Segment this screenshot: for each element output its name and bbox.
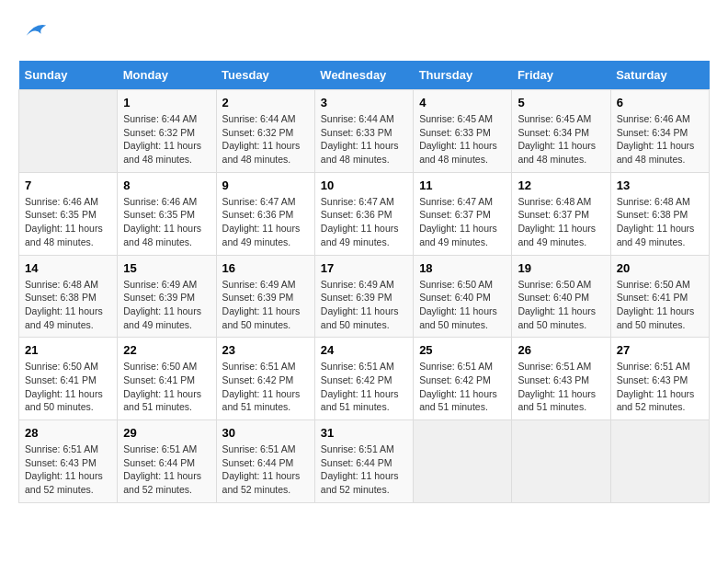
day-info: Sunrise: 6:51 AMSunset: 6:44 PMDaylight:…	[222, 442, 309, 497]
header-friday: Friday	[512, 61, 610, 90]
header-sunday: Sunday	[19, 61, 118, 90]
day-info: Sunrise: 6:46 AMSunset: 6:34 PMDaylight:…	[617, 112, 703, 167]
calendar-cell: 28Sunrise: 6:51 AMSunset: 6:43 PMDayligh…	[19, 420, 118, 503]
day-number: 21	[25, 343, 111, 357]
day-number: 14	[25, 261, 111, 275]
day-number: 5	[518, 96, 604, 109]
header-saturday: Saturday	[610, 61, 709, 90]
day-number: 13	[617, 178, 703, 192]
day-number: 2	[222, 96, 309, 109]
calendar-cell: 27Sunrise: 6:51 AMSunset: 6:43 PMDayligh…	[610, 338, 709, 420]
day-info: Sunrise: 6:44 AMSunset: 6:32 PMDaylight:…	[222, 112, 309, 167]
header-monday: Monday	[118, 61, 216, 90]
calendar-cell: 3Sunrise: 6:44 AMSunset: 6:33 PMDaylight…	[314, 90, 413, 173]
calendar-cell: 12Sunrise: 6:48 AMSunset: 6:37 PMDayligh…	[512, 172, 610, 255]
day-info: Sunrise: 6:51 AMSunset: 6:44 PMDaylight:…	[123, 442, 210, 497]
day-info: Sunrise: 6:44 AMSunset: 6:32 PMDaylight:…	[123, 112, 210, 167]
day-number: 6	[617, 96, 703, 109]
day-info: Sunrise: 6:49 AMSunset: 6:39 PMDaylight:…	[222, 278, 309, 332]
calendar-cell: 4Sunrise: 6:45 AMSunset: 6:33 PMDaylight…	[414, 90, 512, 173]
day-info: Sunrise: 6:48 AMSunset: 6:37 PMDaylight:…	[518, 195, 604, 249]
day-number: 7	[25, 178, 111, 192]
calendar-cell: 24Sunrise: 6:51 AMSunset: 6:42 PMDayligh…	[314, 338, 413, 420]
day-number: 16	[222, 261, 309, 275]
day-info: Sunrise: 6:51 AMSunset: 6:42 PMDaylight:…	[222, 360, 309, 414]
day-info: Sunrise: 6:51 AMSunset: 6:42 PMDaylight:…	[321, 360, 407, 414]
calendar-cell: 2Sunrise: 6:44 AMSunset: 6:32 PMDaylight…	[216, 90, 314, 173]
calendar-cell: 9Sunrise: 6:47 AMSunset: 6:36 PMDaylight…	[216, 172, 314, 255]
day-number: 29	[123, 426, 210, 440]
day-info: Sunrise: 6:49 AMSunset: 6:39 PMDaylight:…	[321, 278, 407, 332]
day-number: 19	[518, 261, 604, 275]
day-number: 10	[321, 178, 407, 192]
logo	[18, 18, 44, 46]
header-wednesday: Wednesday	[314, 61, 413, 90]
day-info: Sunrise: 6:45 AMSunset: 6:34 PMDaylight:…	[518, 112, 604, 167]
day-info: Sunrise: 6:51 AMSunset: 6:43 PMDaylight:…	[25, 442, 111, 497]
day-info: Sunrise: 6:47 AMSunset: 6:37 PMDaylight:…	[419, 195, 506, 249]
day-number: 17	[321, 261, 407, 275]
calendar-header-row: SundayMondayTuesdayWednesdayThursdayFrid…	[19, 61, 710, 90]
day-info: Sunrise: 6:44 AMSunset: 6:33 PMDaylight:…	[321, 112, 407, 167]
day-number: 28	[25, 426, 111, 440]
day-number: 25	[419, 343, 506, 357]
calendar-cell: 15Sunrise: 6:49 AMSunset: 6:39 PMDayligh…	[118, 255, 216, 338]
calendar-cell: 30Sunrise: 6:51 AMSunset: 6:44 PMDayligh…	[216, 420, 314, 503]
day-number: 27	[617, 343, 703, 357]
calendar-cell: 13Sunrise: 6:48 AMSunset: 6:38 PMDayligh…	[610, 172, 709, 255]
header-tuesday: Tuesday	[216, 61, 314, 90]
calendar-week-3: 14Sunrise: 6:48 AMSunset: 6:38 PMDayligh…	[19, 255, 710, 338]
calendar-cell: 7Sunrise: 6:46 AMSunset: 6:35 PMDaylight…	[19, 172, 118, 255]
calendar-cell: 1Sunrise: 6:44 AMSunset: 6:32 PMDaylight…	[118, 90, 216, 173]
calendar-week-5: 28Sunrise: 6:51 AMSunset: 6:43 PMDayligh…	[19, 420, 710, 503]
calendar-cell: 29Sunrise: 6:51 AMSunset: 6:44 PMDayligh…	[118, 420, 216, 503]
page-header	[18, 18, 710, 46]
day-number: 1	[123, 96, 210, 109]
calendar-cell: 31Sunrise: 6:51 AMSunset: 6:44 PMDayligh…	[314, 420, 413, 503]
calendar-cell: 17Sunrise: 6:49 AMSunset: 6:39 PMDayligh…	[314, 255, 413, 338]
day-info: Sunrise: 6:50 AMSunset: 6:41 PMDaylight:…	[617, 278, 703, 332]
logo-text	[18, 18, 48, 46]
day-info: Sunrise: 6:49 AMSunset: 6:39 PMDaylight:…	[123, 278, 210, 332]
calendar-cell	[610, 420, 709, 503]
day-info: Sunrise: 6:46 AMSunset: 6:35 PMDaylight:…	[123, 195, 210, 249]
calendar-cell: 11Sunrise: 6:47 AMSunset: 6:37 PMDayligh…	[414, 172, 512, 255]
calendar-cell: 19Sunrise: 6:50 AMSunset: 6:40 PMDayligh…	[512, 255, 610, 338]
day-number: 26	[518, 343, 604, 357]
day-number: 8	[123, 178, 210, 192]
day-info: Sunrise: 6:51 AMSunset: 6:42 PMDaylight:…	[419, 360, 506, 414]
day-number: 12	[518, 178, 604, 192]
day-number: 20	[617, 261, 703, 275]
day-number: 24	[321, 343, 407, 357]
day-number: 11	[419, 178, 506, 192]
calendar-cell: 26Sunrise: 6:51 AMSunset: 6:43 PMDayligh…	[512, 338, 610, 420]
calendar-cell: 5Sunrise: 6:45 AMSunset: 6:34 PMDaylight…	[512, 90, 610, 173]
calendar-cell	[414, 420, 512, 503]
calendar-table: SundayMondayTuesdayWednesdayThursdayFrid…	[18, 61, 710, 503]
calendar-cell: 18Sunrise: 6:50 AMSunset: 6:40 PMDayligh…	[414, 255, 512, 338]
day-info: Sunrise: 6:50 AMSunset: 6:41 PMDaylight:…	[123, 360, 210, 414]
day-info: Sunrise: 6:46 AMSunset: 6:35 PMDaylight:…	[25, 195, 111, 249]
day-number: 9	[222, 178, 309, 192]
day-number: 15	[123, 261, 210, 275]
calendar-week-2: 7Sunrise: 6:46 AMSunset: 6:35 PMDaylight…	[19, 172, 710, 255]
calendar-week-4: 21Sunrise: 6:50 AMSunset: 6:41 PMDayligh…	[19, 338, 710, 420]
calendar-cell	[19, 90, 118, 173]
day-number: 22	[123, 343, 210, 357]
day-number: 3	[321, 96, 407, 109]
calendar-cell: 22Sunrise: 6:50 AMSunset: 6:41 PMDayligh…	[118, 338, 216, 420]
day-info: Sunrise: 6:47 AMSunset: 6:36 PMDaylight:…	[321, 195, 407, 249]
day-number: 31	[321, 426, 407, 440]
day-info: Sunrise: 6:50 AMSunset: 6:40 PMDaylight:…	[518, 278, 604, 332]
day-number: 23	[222, 343, 309, 357]
calendar-cell: 8Sunrise: 6:46 AMSunset: 6:35 PMDaylight…	[118, 172, 216, 255]
header-thursday: Thursday	[414, 61, 512, 90]
day-number: 18	[419, 261, 506, 275]
day-info: Sunrise: 6:50 AMSunset: 6:40 PMDaylight:…	[419, 278, 506, 332]
day-info: Sunrise: 6:48 AMSunset: 6:38 PMDaylight:…	[617, 195, 703, 249]
day-info: Sunrise: 6:45 AMSunset: 6:33 PMDaylight:…	[419, 112, 506, 167]
day-info: Sunrise: 6:51 AMSunset: 6:44 PMDaylight:…	[321, 442, 407, 497]
calendar-cell: 21Sunrise: 6:50 AMSunset: 6:41 PMDayligh…	[19, 338, 118, 420]
calendar-cell: 20Sunrise: 6:50 AMSunset: 6:41 PMDayligh…	[610, 255, 709, 338]
calendar-cell	[512, 420, 610, 503]
